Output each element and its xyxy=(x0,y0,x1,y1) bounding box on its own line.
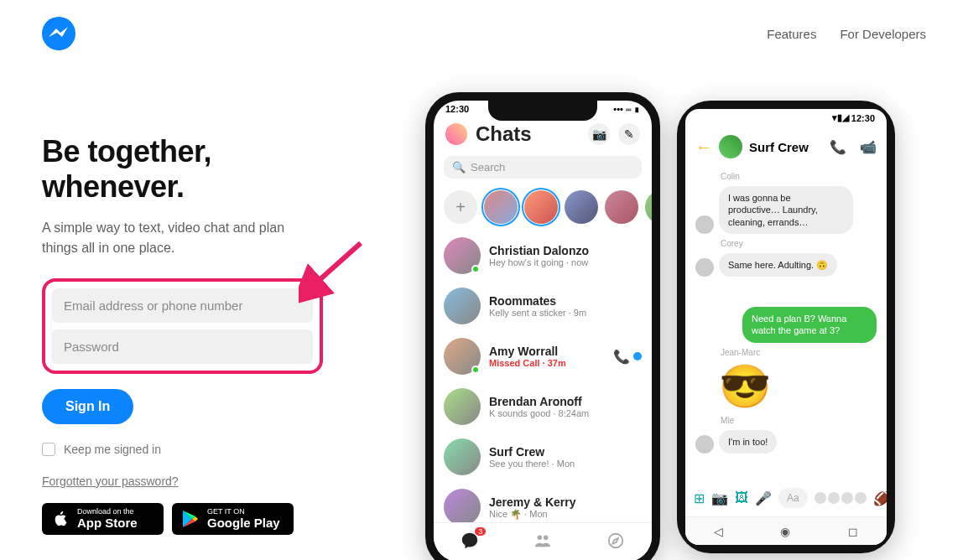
chat-name: Surf Crew xyxy=(489,445,633,459)
profile-avatar xyxy=(445,123,467,145)
chat-row: Brendan Aronoff K sounds good · 8:24am xyxy=(444,381,642,432)
stories-row: + xyxy=(434,184,652,231)
chat-preview: Kelly sent a sticker · 9m xyxy=(489,308,633,318)
chat-preview: See you there! · Mon xyxy=(489,459,633,469)
app-store-button[interactable]: Download on the App Store xyxy=(42,503,164,535)
chat-name: Roommates xyxy=(489,294,633,308)
svg-point-1 xyxy=(538,536,543,541)
keep-signed-in-checkbox[interactable] xyxy=(42,443,55,456)
iphone-mockup: 12:30 ••• ⎓ ▮ Chats 📷 ✎ 🔍 Search + xyxy=(425,92,660,560)
chat-preview: Nice 🌴 · Mon xyxy=(489,509,633,520)
signal-icon: ••• ⎓ ▮ xyxy=(613,104,640,114)
camera-icon: 📷 xyxy=(588,123,610,145)
chat-avatar xyxy=(444,388,481,425)
android-mockup: ▾▮◢ 12:30 ← Surf Crew 📞 📹 Colin I was go… xyxy=(677,101,895,553)
story xyxy=(484,190,518,224)
story xyxy=(645,190,652,224)
chat-name: Christian Dalonzo xyxy=(489,244,633,257)
login-highlight-box xyxy=(42,278,323,374)
tab-chats-icon: 3 xyxy=(459,530,481,552)
message-bubble: I was gonna be productive… Laundry, clea… xyxy=(719,186,853,234)
keep-signed-in-label: Keep me signed in xyxy=(64,443,161,456)
story-add: + xyxy=(444,190,477,224)
camera-icon: 📷 xyxy=(711,490,728,506)
emoji-sticker: 😎 xyxy=(719,362,877,411)
call-icon: 📞 xyxy=(613,349,630,365)
chat-name: Amy Worrall xyxy=(489,345,605,358)
signin-button[interactable]: Sign In xyxy=(42,389,133,424)
story xyxy=(524,190,558,224)
conversation-avatar xyxy=(719,135,742,158)
like-icon: 🏈 xyxy=(873,490,887,506)
chats-title: Chats xyxy=(476,122,580,146)
sender-label: Mie xyxy=(721,416,877,425)
compose-icon: ✎ xyxy=(618,123,640,145)
hero-image: 12:30 ••• ⎓ ▮ Chats 📷 ✎ 🔍 Search + xyxy=(394,67,926,560)
chat-row: Roommates Kelly sent a sticker · 9m xyxy=(444,281,642,331)
conversation-title: Surf Crew xyxy=(749,140,816,154)
message-bubble: Same here. Adulting. 🙃 xyxy=(719,253,837,277)
nav-recent-icon: ◻ xyxy=(848,525,858,538)
story xyxy=(605,190,638,224)
chat-avatar xyxy=(444,438,481,475)
sender-label: Corey xyxy=(721,239,877,248)
tab-people-icon xyxy=(532,530,554,552)
chat-avatar xyxy=(444,288,481,324)
chat-preview: K sounds good · 8:24am xyxy=(489,408,633,418)
chat-avatar xyxy=(444,338,481,375)
search-bar: 🔍 Search xyxy=(444,156,642,179)
iphone-time: 12:30 xyxy=(445,104,469,114)
badge: 3 xyxy=(475,527,486,536)
nav-back-icon: ◁ xyxy=(714,525,723,538)
sender-label: Colin xyxy=(721,172,877,181)
hero-subtitle: A simple way to text, video chat and pla… xyxy=(42,218,310,258)
gallery-icon: 🖼 xyxy=(735,490,748,506)
story xyxy=(565,190,598,224)
messenger-logo[interactable] xyxy=(42,17,75,50)
avatar xyxy=(695,215,714,234)
nav-features[interactable]: Features xyxy=(767,27,816,41)
chat-row: Christian Dalonzo Hey how's it going · n… xyxy=(444,231,642,281)
chat-row: Amy Worrall Missed Call · 37m 📞 xyxy=(444,331,642,381)
mic-icon: 🎤 xyxy=(755,490,772,506)
nav-developers[interactable]: For Developers xyxy=(840,27,926,41)
svg-point-3 xyxy=(608,534,622,548)
google-play-big: Google Play xyxy=(207,516,280,531)
forgot-password-link[interactable]: Forgotten your password? xyxy=(42,474,361,488)
chat-name: Jeremy & Kerry xyxy=(489,495,633,509)
call-icon: 📞 xyxy=(830,139,846,155)
tab-discover-icon xyxy=(605,530,627,552)
google-play-icon xyxy=(180,509,200,529)
compose-input: Aa xyxy=(778,488,808,508)
app-store-big: App Store xyxy=(77,516,138,531)
avatar xyxy=(695,435,714,454)
message-bubble: Need a plan B? Wanna watch the game at 3… xyxy=(742,307,877,343)
signal-icon: ▾▮◢ xyxy=(832,112,849,123)
nav-home-icon: ◉ xyxy=(780,525,790,538)
apple-icon xyxy=(50,509,70,529)
chat-preview: Missed Call · 37m xyxy=(489,358,605,368)
back-icon: ← xyxy=(695,137,712,157)
chat-row: Surf Crew See you there! · Mon xyxy=(444,432,642,482)
sender-label: Jean-Marc xyxy=(721,348,877,357)
chat-avatar xyxy=(444,489,481,526)
google-play-button[interactable]: GET IT ON Google Play xyxy=(172,503,294,535)
svg-point-2 xyxy=(544,536,549,541)
avatar xyxy=(695,258,714,277)
email-field[interactable] xyxy=(52,288,313,323)
chat-avatar xyxy=(444,237,481,274)
chat-name: Brendan Aronoff xyxy=(489,395,633,408)
chat-preview: Hey how's it going · now xyxy=(489,257,633,267)
android-time: 12:30 xyxy=(851,113,875,123)
search-icon: 🔍 xyxy=(452,161,466,174)
password-field[interactable] xyxy=(52,329,313,364)
message-bubble: I'm in too! xyxy=(719,430,777,454)
hero-heading: Be together, whenever. xyxy=(42,134,361,205)
video-icon: 📹 xyxy=(860,139,877,155)
apps-icon: ⊞ xyxy=(694,490,705,506)
search-placeholder: Search xyxy=(471,161,505,174)
